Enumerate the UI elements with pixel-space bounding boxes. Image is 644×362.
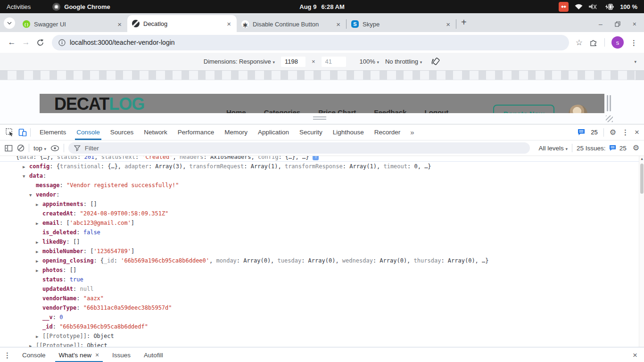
system-tray[interactable]: ◆◆ 100 % [559, 2, 637, 12]
expand-arrow-icon[interactable]: ▶ [36, 256, 42, 265]
devtools-close-icon[interactable]: × [635, 128, 639, 136]
viewport-height-input[interactable] [322, 57, 346, 67]
expand-arrow-icon[interactable]: ▶ [23, 162, 29, 171]
expand-arrow-icon[interactable]: ▶ [29, 341, 36, 347]
clock[interactable]: Aug 9 6:28 AM [299, 3, 345, 10]
throttling-dropdown[interactable]: No throttling ▾ [385, 58, 422, 65]
console-scrollbar[interactable]: ▲ [639, 156, 644, 347]
drawer-tab-console[interactable]: Console [16, 347, 52, 362]
url-text[interactable]: localhost:3000/teacher-vendor-login [70, 39, 175, 46]
viewport-resize-handle-bottom[interactable] [313, 116, 326, 120]
tab-application[interactable]: Application [253, 124, 294, 140]
inspect-element-icon[interactable] [3, 128, 16, 136]
site-info-icon[interactable] [58, 39, 66, 46]
console-row-prototype[interactable]: ▶[[Prototype]]: Object [0, 341, 644, 347]
tab-network[interactable]: Network [139, 124, 173, 140]
window-close-button[interactable]: × [633, 21, 636, 27]
tab-close-icon[interactable]: × [335, 21, 341, 28]
console-sidebar-icon[interactable] [5, 145, 13, 152]
scrollbar-up-arrow[interactable]: ▲ [640, 157, 644, 161]
tab-security[interactable]: Security [294, 124, 328, 140]
rotate-viewport-icon[interactable] [431, 57, 440, 66]
viewport-resize-handle-corner[interactable] [606, 115, 613, 122]
bookmark-star-icon[interactable]: ☆ [576, 38, 583, 48]
tab-performance[interactable]: Performance [173, 124, 219, 140]
new-tab-button[interactable]: + [461, 17, 467, 28]
tab-console[interactable]: Console [71, 124, 105, 140]
console-row-likedby[interactable]: ▶likedBy: [] [0, 237, 644, 247]
reload-button[interactable] [33, 39, 47, 47]
user-avatar-image[interactable] [569, 105, 587, 113]
tab-recorder[interactable]: Recorder [369, 124, 406, 140]
tab-lighthouse[interactable]: Lighthouse [328, 124, 369, 140]
drawer-tab-close-icon[interactable]: × [95, 351, 99, 359]
viewport-width-input[interactable] [281, 57, 305, 67]
toggle-device-toolbar-icon[interactable] [16, 129, 29, 136]
site-logo[interactable]: DECATLOG [54, 94, 144, 113]
back-button[interactable]: ← [5, 38, 19, 47]
tab-elements[interactable]: Elements [34, 124, 71, 140]
expand-arrow-icon[interactable]: ▶ [36, 219, 42, 228]
console-row-appointments[interactable]: ▶appointments: [] [0, 199, 644, 209]
viewport-resize-handle-right[interactable] [607, 95, 611, 111]
nav-item-home[interactable]: Home [226, 108, 246, 113]
tab-sources[interactable]: Sources [105, 124, 139, 140]
nav-item-price-chart[interactable]: Price Chart [318, 108, 356, 113]
drawer-tab-autofill[interactable]: Autofill [137, 347, 170, 362]
console-filter-box[interactable] [68, 142, 529, 154]
restore-button[interactable] [615, 21, 620, 27]
console-row-photos[interactable]: ▶photos: [] [0, 265, 644, 275]
filter-input[interactable] [85, 145, 524, 152]
expand-arrow-icon[interactable]: ▶ [36, 332, 42, 341]
nav-item-categories[interactable]: Categories [264, 108, 301, 113]
log-levels-dropdown[interactable]: All levels ▾ [539, 145, 568, 152]
expand-arrow-icon[interactable]: ▶ [36, 200, 42, 209]
browser-tab-skype[interactable]: Skype× [347, 16, 456, 32]
activities-button[interactable]: Activities [7, 3, 31, 10]
browser-menu-icon[interactable]: ⋮ [630, 39, 637, 46]
device-toolbar-more-icon[interactable]: ▾ [634, 59, 636, 64]
console-row-data[interactable]: ▼data: [0, 171, 644, 181]
minimize-button[interactable]: – [599, 21, 603, 27]
drawer-tab-issues[interactable]: Issues [106, 347, 137, 362]
browser-tab-decatlog[interactable]: Decatlog× [127, 15, 237, 32]
tab-memory[interactable]: Memory [219, 124, 253, 140]
donate-now-button[interactable]: Donate Now [493, 105, 554, 113]
console-row-mobilenumber[interactable]: ▶mobileNumber: ['123654789'] [0, 247, 644, 256]
tab-close-icon[interactable]: × [116, 21, 123, 28]
console-settings-icon[interactable]: ⚙ [633, 144, 639, 152]
expand-arrow-icon[interactable]: ▶ [36, 238, 42, 247]
extensions-icon[interactable] [589, 38, 598, 47]
drawer-menu-icon[interactable]: ⋮ [4, 352, 11, 359]
console-row-email[interactable]: ▶email: ['abc123@gmail.com'] [0, 218, 644, 228]
console-row-vendor[interactable]: ▼vendor: [0, 190, 644, 199]
console-row-prototype[interactable]: ▶[[Prototype]]: Object [0, 331, 644, 341]
tab-close-icon[interactable]: × [226, 20, 232, 27]
focused-app-indicator[interactable]: Google Chrome [52, 3, 110, 11]
browser-tab-swagger-ui[interactable]: Swagger UI× [18, 16, 127, 32]
javascript-context-dropdown[interactable]: top ▾ [33, 145, 46, 152]
forward-button[interactable]: → [19, 38, 33, 47]
nav-item-logout[interactable]: Logout [424, 108, 448, 113]
nav-item-feedback[interactable]: Feedback [374, 108, 406, 113]
more-tabs-button[interactable]: » [405, 128, 419, 136]
devtools-menu-icon[interactable]: ⋮ [622, 129, 629, 136]
tab-search-button[interactable] [4, 17, 15, 29]
clear-console-icon[interactable] [17, 144, 25, 152]
scrollbar-thumb[interactable] [640, 164, 644, 194]
profile-avatar[interactable]: s [611, 36, 624, 49]
console-messages-icon[interactable] [578, 129, 585, 136]
info-badge-icon[interactable]: i [313, 156, 319, 160]
issues-counter[interactable]: 25 Issues: 25 [577, 145, 627, 152]
live-expression-icon[interactable] [50, 145, 59, 151]
console-row-config[interactable]: ▶config: {transitional: {…}, adapter: Ar… [0, 162, 644, 171]
expand-arrow-icon[interactable]: ▼ [29, 190, 36, 199]
devtools-settings-icon[interactable]: ⚙ [610, 129, 616, 136]
drawer-close-icon[interactable]: × [633, 351, 640, 359]
expand-arrow-icon[interactable]: ▶ [36, 247, 42, 256]
zoom-dropdown[interactable]: 100% ▾ [360, 58, 379, 65]
browser-tab-disable-continue-button[interactable]: Disable Continue Button× [237, 16, 346, 32]
expand-arrow-icon[interactable]: ▶ [36, 266, 42, 275]
console-row-opening-closing[interactable]: ▶opening_closing: {_id: '66b569a196cb95c… [0, 256, 644, 265]
drawer-tab-what-s-new[interactable]: What's new× [52, 347, 106, 362]
